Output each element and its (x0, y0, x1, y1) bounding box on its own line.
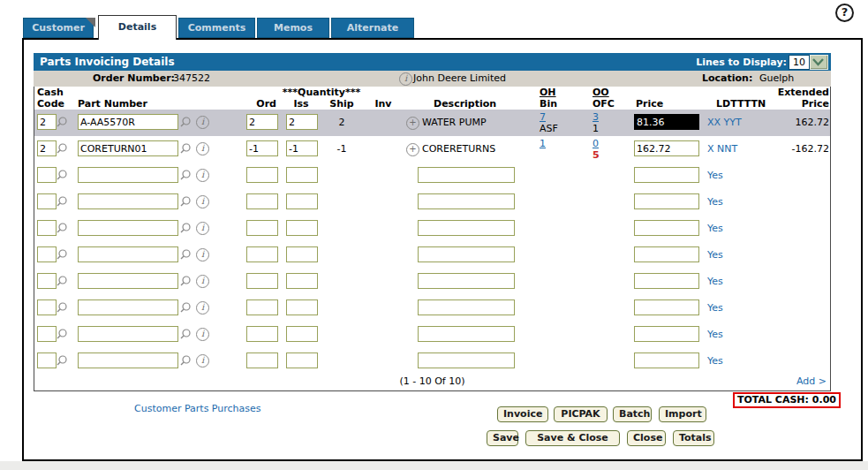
iss-quantity-input[interactable] (286, 246, 318, 262)
part-number-search-icon[interactable] (179, 248, 192, 263)
cash-code-search-icon[interactable] (56, 222, 68, 237)
description-input[interactable] (418, 167, 515, 183)
cash-code-search-icon[interactable] (56, 301, 68, 316)
ord-quantity-input[interactable] (246, 140, 278, 156)
tab-alternate-charge[interactable]: Alternate Charge (331, 18, 414, 38)
description-input[interactable] (418, 246, 515, 262)
cash-code-search-icon[interactable] (56, 248, 68, 263)
tab-customer[interactable]: Customer (23, 18, 94, 38)
tab-details[interactable]: Details (98, 15, 177, 40)
part-number-input[interactable] (78, 246, 178, 262)
ord-quantity-input[interactable] (246, 273, 278, 289)
description-input[interactable] (418, 352, 515, 368)
part-number-search-icon[interactable] (179, 222, 192, 237)
expand-description-icon[interactable]: + (406, 117, 419, 130)
batch-button[interactable]: Batch (613, 406, 652, 422)
part-number-search-icon[interactable] (179, 169, 192, 184)
price-input[interactable] (634, 220, 699, 236)
description-input[interactable] (418, 326, 515, 342)
iss-quantity-input[interactable] (286, 193, 318, 209)
price-input[interactable] (634, 114, 699, 130)
cash-code-input[interactable] (37, 352, 57, 368)
save-close-button[interactable]: Save & Close (525, 430, 620, 446)
iss-quantity-input[interactable] (286, 352, 318, 368)
ord-quantity-input[interactable] (246, 299, 278, 315)
cash-code-input[interactable] (37, 299, 57, 315)
description-input[interactable] (418, 193, 515, 209)
cash-code-input[interactable] (37, 114, 57, 130)
expand-description-icon[interactable]: + (406, 143, 419, 156)
on-hand-link[interactable]: 1 (540, 138, 546, 149)
ord-quantity-input[interactable] (246, 326, 278, 342)
ord-quantity-input[interactable] (246, 193, 278, 209)
part-number-search-icon[interactable] (179, 301, 192, 316)
part-number-input[interactable] (78, 299, 178, 315)
iss-quantity-input[interactable] (286, 220, 318, 236)
cash-code-search-icon[interactable] (56, 275, 68, 290)
cash-code-search-icon[interactable] (56, 116, 68, 131)
part-info-icon[interactable]: i (196, 328, 209, 341)
description-input[interactable] (418, 299, 515, 315)
lines-to-display-dropdown-button[interactable] (810, 55, 828, 70)
cash-code-input[interactable] (37, 140, 57, 156)
on-order-link[interactable]: 3 (593, 111, 599, 123)
totals-button[interactable]: Totals (673, 430, 714, 446)
part-number-input[interactable] (78, 352, 178, 368)
price-input[interactable] (634, 326, 699, 342)
iss-quantity-input[interactable] (286, 299, 318, 315)
part-number-input[interactable] (78, 167, 178, 183)
cash-code-search-icon[interactable] (56, 169, 68, 184)
part-number-search-icon[interactable] (179, 142, 192, 157)
customer-info-icon[interactable]: i (399, 72, 412, 86)
close-button[interactable]: Close (627, 430, 666, 446)
part-number-search-icon[interactable] (179, 195, 192, 210)
part-number-input[interactable] (78, 326, 178, 342)
price-input[interactable] (634, 299, 699, 315)
cash-code-input[interactable] (37, 220, 57, 236)
ord-quantity-input[interactable] (246, 167, 278, 183)
ord-quantity-input[interactable] (246, 246, 278, 262)
part-info-icon[interactable]: i (196, 142, 209, 155)
part-number-input[interactable] (78, 114, 178, 130)
price-input[interactable] (634, 167, 699, 183)
lines-to-display-value[interactable]: 10 (789, 55, 810, 70)
part-number-input[interactable] (78, 193, 178, 209)
part-info-icon[interactable]: i (196, 248, 209, 262)
part-number-search-icon[interactable] (179, 354, 192, 369)
price-input[interactable] (634, 352, 699, 368)
tab-comments[interactable]: Comments (178, 18, 255, 38)
cash-code-input[interactable] (37, 326, 57, 342)
ord-quantity-input[interactable] (246, 352, 278, 368)
iss-quantity-input[interactable] (286, 273, 318, 289)
ord-quantity-input[interactable] (246, 114, 278, 130)
part-info-icon[interactable]: i (196, 222, 209, 235)
col-oh-line1[interactable]: OH (540, 87, 556, 98)
invoice-button[interactable]: Invoice (497, 406, 548, 422)
cash-code-input[interactable] (37, 273, 57, 289)
cash-code-search-icon[interactable] (56, 142, 68, 157)
part-number-input[interactable] (78, 220, 178, 236)
part-number-input[interactable] (78, 273, 178, 289)
help-icon[interactable]: ? (835, 4, 854, 22)
cash-code-search-icon[interactable] (56, 195, 68, 210)
cash-code-input[interactable] (37, 193, 57, 209)
iss-quantity-input[interactable] (286, 167, 318, 183)
description-input[interactable] (418, 273, 515, 289)
price-input[interactable] (634, 140, 699, 156)
description-input[interactable] (418, 220, 515, 236)
part-number-search-icon[interactable] (179, 328, 192, 343)
part-info-icon[interactable]: i (196, 169, 209, 182)
part-number-search-icon[interactable] (179, 275, 192, 290)
col-oo-line1[interactable]: OO (593, 87, 609, 98)
add-link[interactable]: Add > (796, 375, 826, 387)
price-input[interactable] (634, 193, 699, 209)
price-input[interactable] (634, 273, 699, 289)
save-button[interactable]: Save (487, 430, 518, 446)
iss-quantity-input[interactable] (286, 326, 318, 342)
cash-code-search-icon[interactable] (56, 328, 68, 343)
part-number-search-icon[interactable] (179, 116, 192, 131)
part-info-icon[interactable]: i (196, 116, 209, 129)
part-info-icon[interactable]: i (196, 275, 209, 288)
on-hand-link[interactable]: 7 (540, 111, 546, 123)
import-button[interactable]: Import (659, 406, 706, 422)
